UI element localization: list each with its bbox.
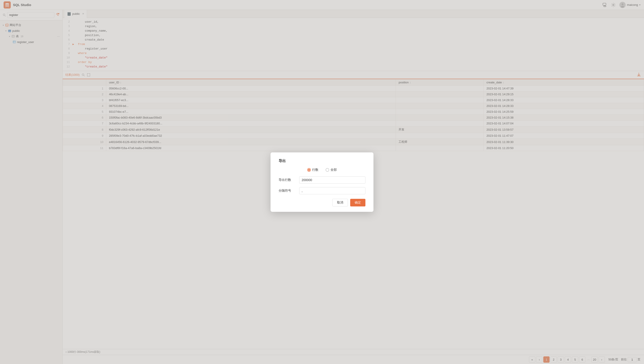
radio-rows-option[interactable]: 行数 [307,168,318,172]
export-modal: 导出 行数 全部 导出行数 分隔符号 取消 确定 [270,152,374,212]
separator-field: 分隔符号 [278,187,366,194]
modal-overlay: 导出 行数 全部 导出行数 分隔符号 取消 确定 [0,0,644,364]
radio-rows-dot [308,169,310,171]
modal-buttons: 取消 确定 [278,199,366,207]
modal-radio-row: 行数 全部 [278,168,366,172]
radio-all-circle [326,168,329,172]
separator-label: 分隔符号 [278,189,296,193]
radio-rows-label: 行数 [312,168,318,172]
radio-all-option[interactable]: 全部 [326,168,337,172]
cancel-button[interactable]: 取消 [332,199,348,207]
export-rows-input[interactable] [299,176,366,184]
export-rows-label: 导出行数 [278,178,296,182]
modal-title: 导出 [278,159,366,163]
separator-input[interactable] [299,187,366,194]
export-rows-field: 导出行数 [278,176,366,184]
confirm-button[interactable]: 确定 [350,199,366,207]
radio-all-label: 全部 [330,168,337,172]
radio-rows-circle [307,168,311,172]
